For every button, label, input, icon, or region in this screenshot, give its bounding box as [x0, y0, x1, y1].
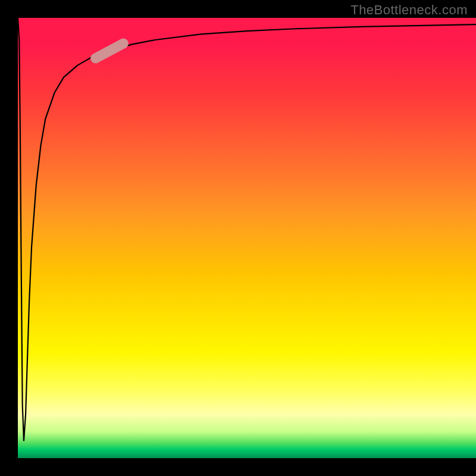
chart-container: TheBottleneck.com	[0, 0, 476, 476]
bottleneck-curve	[18, 18, 476, 440]
branding-label: TheBottleneck.com	[350, 2, 468, 18]
plot-area	[18, 18, 476, 458]
curve-svg	[18, 18, 476, 458]
